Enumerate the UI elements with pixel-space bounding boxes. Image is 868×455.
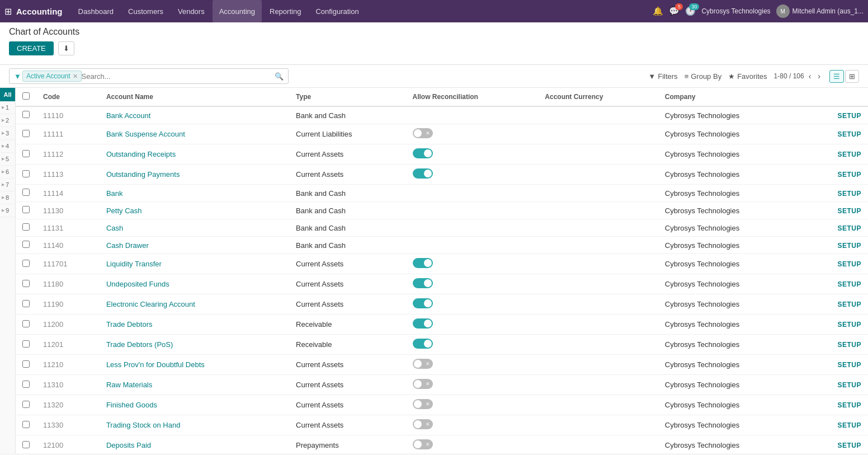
row-checkbox[interactable] xyxy=(22,170,30,177)
reconciliation-toggle[interactable]: ✓ xyxy=(413,168,433,179)
setup-button[interactable]: SETUP xyxy=(837,112,861,120)
filters-button[interactable]: ▼ Filters xyxy=(648,72,677,81)
row-checkbox[interactable] xyxy=(22,280,30,287)
nav-accounting[interactable]: Accounting xyxy=(213,0,262,22)
reconciliation-toggle[interactable]: ✕ xyxy=(413,399,433,409)
account-name[interactable]: Deposits Paid xyxy=(100,435,289,454)
account-name[interactable]: Liquidity Transfer xyxy=(100,254,289,274)
search-icon[interactable]: 🔍 xyxy=(275,72,284,81)
sidebar-group-4[interactable]: ▶ 4 xyxy=(0,140,15,153)
account-name[interactable]: Less Prov'n for Doubtful Debts xyxy=(100,355,289,375)
row-checkbox[interactable] xyxy=(22,381,30,388)
sidebar-group-1[interactable]: ▶ 1 xyxy=(0,101,15,114)
filter-tag-close[interactable]: ✕ xyxy=(73,73,78,80)
sidebar-group-9[interactable]: ▶ 9 xyxy=(0,204,15,217)
row-checkbox[interactable] xyxy=(22,130,30,137)
account-name[interactable]: Outstanding Payments xyxy=(100,165,289,185)
create-button[interactable]: CREATE xyxy=(9,41,54,55)
setup-button[interactable]: SETUP xyxy=(837,361,861,369)
sidebar-group-2[interactable]: ▶ 2 xyxy=(0,114,15,127)
setup-button[interactable]: SETUP xyxy=(837,381,861,389)
row-checkbox[interactable] xyxy=(22,340,30,348)
setup-button[interactable]: SETUP xyxy=(837,442,861,449)
setup-button[interactable]: SETUP xyxy=(837,151,861,158)
row-checkbox[interactable] xyxy=(22,401,30,408)
reconciliation-toggle[interactable]: ✕ xyxy=(413,439,433,449)
search-input[interactable] xyxy=(82,72,275,81)
row-checkbox[interactable] xyxy=(22,241,30,248)
download-button[interactable]: ⬇ xyxy=(58,41,74,55)
setup-button[interactable]: SETUP xyxy=(837,224,861,232)
group-by-button[interactable]: ≡ Group By xyxy=(685,72,722,81)
reconciliation-toggle[interactable]: ✕ xyxy=(413,379,433,389)
active-account-filter-tag[interactable]: Active Account ✕ xyxy=(22,71,82,82)
account-name[interactable]: Petty Cash xyxy=(100,202,289,219)
sidebar-group-3[interactable]: ▶ 3 xyxy=(0,127,15,140)
reconciliation-toggle[interactable]: ✕ xyxy=(413,419,433,429)
reconciliation-toggle[interactable]: ✓ xyxy=(413,298,433,308)
setup-button[interactable]: SETUP xyxy=(837,421,861,429)
account-name[interactable]: Electronic Clearing Account xyxy=(100,294,289,315)
chat-icon[interactable]: 💬 5 xyxy=(669,6,680,16)
row-checkbox[interactable] xyxy=(22,360,30,368)
user-menu[interactable]: M Mitchell Admin (aus_1... xyxy=(776,4,864,18)
nav-customers[interactable]: Customers xyxy=(121,0,170,22)
account-name[interactable]: Undeposited Funds xyxy=(100,274,289,294)
setup-button[interactable]: SETUP xyxy=(837,321,861,329)
setup-button[interactable]: SETUP xyxy=(837,301,861,308)
account-name[interactable]: Raw Materials xyxy=(100,375,289,395)
reconciliation-toggle[interactable]: ✕ xyxy=(413,359,433,369)
setup-button[interactable]: SETUP xyxy=(837,190,861,198)
nav-vendors[interactable]: Vendors xyxy=(171,0,211,22)
grid-view-button[interactable]: ⊞ xyxy=(845,70,859,83)
row-checkbox[interactable] xyxy=(22,260,30,267)
setup-button[interactable]: SETUP xyxy=(837,171,861,179)
reconciliation-toggle[interactable]: ✓ xyxy=(413,339,433,349)
reconciliation-toggle[interactable]: ✕ xyxy=(413,128,433,138)
reconciliation-toggle[interactable]: ✓ xyxy=(413,278,433,288)
select-all-checkbox[interactable] xyxy=(22,92,30,100)
row-checkbox[interactable] xyxy=(22,206,30,213)
nav-configuration[interactable]: Configuration xyxy=(309,0,365,22)
setup-button[interactable]: SETUP xyxy=(837,260,861,268)
grid-icon[interactable]: ⊞ xyxy=(4,6,12,17)
setup-button[interactable]: SETUP xyxy=(837,341,861,349)
account-name[interactable]: Finished Goods xyxy=(100,395,289,415)
account-name[interactable]: Trade Debtors (PoS) xyxy=(100,335,289,355)
account-name[interactable]: Trade Debtors xyxy=(100,315,289,335)
row-checkbox[interactable] xyxy=(22,189,30,196)
next-page-button[interactable]: › xyxy=(815,71,823,82)
row-checkbox[interactable] xyxy=(22,421,30,428)
account-name[interactable]: Bank xyxy=(100,185,289,202)
row-checkbox[interactable] xyxy=(22,111,30,118)
sidebar-all[interactable]: All xyxy=(0,88,15,101)
sidebar-group-8[interactable]: ▶ 8 xyxy=(0,191,15,204)
account-name[interactable]: Cash xyxy=(100,219,289,237)
row-checkbox[interactable] xyxy=(22,300,30,307)
prev-page-button[interactable]: ‹ xyxy=(806,71,814,82)
sidebar-group-7[interactable]: ▶ 7 xyxy=(0,179,15,191)
setup-button[interactable]: SETUP xyxy=(837,401,861,409)
reconciliation-toggle[interactable]: ✓ xyxy=(413,148,433,158)
row-checkbox[interactable] xyxy=(22,441,30,448)
clock-icon[interactable]: 🕐 30 xyxy=(685,6,696,16)
account-name[interactable]: Bank Suspense Account xyxy=(100,124,289,144)
account-name[interactable]: Trading Stock on Hand xyxy=(100,415,289,435)
setup-button[interactable]: SETUP xyxy=(837,242,861,250)
row-checkbox[interactable] xyxy=(22,223,30,231)
account-name[interactable]: Outstanding Receipts xyxy=(100,144,289,165)
setup-button[interactable]: SETUP xyxy=(837,207,861,215)
setup-button[interactable]: SETUP xyxy=(837,130,861,138)
notification-bell[interactable]: 🔔 xyxy=(653,6,663,16)
nav-reporting[interactable]: Reporting xyxy=(263,0,308,22)
sidebar-group-5[interactable]: ▶ 5 xyxy=(0,153,15,166)
reconciliation-toggle[interactable]: ✓ xyxy=(413,258,433,268)
reconciliation-toggle[interactable]: ✓ xyxy=(413,318,433,329)
account-name[interactable]: Cash Drawer xyxy=(100,237,289,254)
nav-dashboard[interactable]: Dashboard xyxy=(72,0,121,22)
list-view-button[interactable]: ☰ xyxy=(829,70,844,83)
favorites-button[interactable]: ★ Favorites xyxy=(728,72,767,81)
row-checkbox[interactable] xyxy=(22,320,30,327)
account-name[interactable]: Bank Account xyxy=(100,106,289,124)
row-checkbox[interactable] xyxy=(22,150,30,157)
